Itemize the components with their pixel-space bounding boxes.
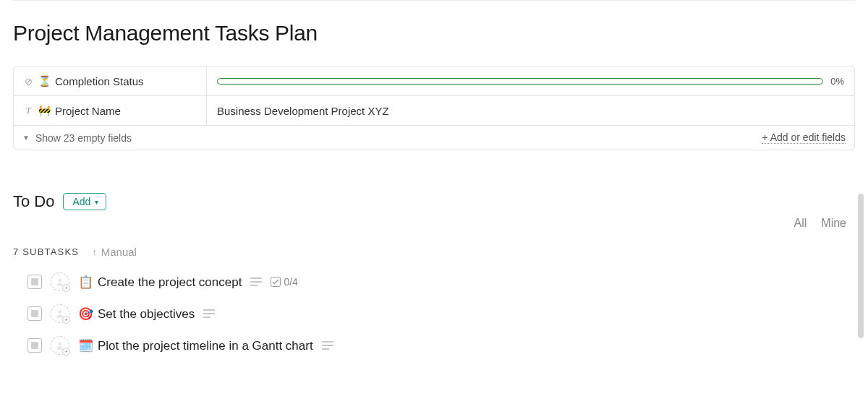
- scrollbar-thumb[interactable]: [858, 194, 864, 338]
- task-row[interactable]: + 📋Create the project concept 0/4: [27, 272, 855, 291]
- subtasks-meta: 7 SUBTASKS ↑ Manual: [13, 246, 855, 258]
- task-title[interactable]: 📋Create the project concept: [78, 275, 242, 290]
- todo-heading: To Do: [13, 192, 54, 211]
- task-row[interactable]: + 🎯Set the objectives: [27, 304, 855, 323]
- construction-icon: 🚧: [38, 105, 51, 116]
- sort-label: Manual: [101, 246, 137, 258]
- task-checkbox[interactable]: [27, 338, 42, 353]
- progress-percent: 0%: [830, 76, 844, 87]
- checklist-indicator[interactable]: 0/4: [271, 276, 297, 288]
- checklist-count: 0/4: [284, 276, 297, 288]
- add-edit-fields[interactable]: + Add or edit fields: [762, 132, 846, 144]
- task-list: + 📋Create the project concept 0/4 + 🎯Set…: [13, 272, 855, 355]
- task-row[interactable]: + 🗓️Plot the project timeline in a Gantt…: [27, 336, 855, 355]
- svg-point-2: [59, 310, 62, 314]
- arrow-up-icon: ↑: [92, 246, 97, 257]
- text-type-icon: T: [22, 105, 34, 116]
- svg-point-0: [59, 278, 62, 282]
- description-icon: [250, 277, 262, 286]
- project-name-value[interactable]: Business Development Project XYZ: [207, 96, 854, 125]
- filter-mine[interactable]: Mine: [821, 217, 846, 230]
- filter-all[interactable]: All: [794, 217, 807, 230]
- field-row-project-name: T 🚧 Project Name Business Development Pr…: [14, 96, 854, 126]
- progress-bar: [217, 78, 823, 85]
- task-filters: All Mine: [794, 217, 846, 230]
- caret-down-icon: ▾: [95, 198, 98, 206]
- field-label-text: Completion Status: [55, 75, 144, 87]
- svg-point-3: [59, 342, 62, 345]
- task-title-text: Set the objectives: [98, 307, 195, 321]
- assignee-picker[interactable]: +: [51, 304, 69, 323]
- add-button[interactable]: Add ▾: [63, 193, 106, 210]
- sort-toggle[interactable]: ↑ Manual: [92, 246, 137, 258]
- todo-section-header: To Do Add ▾: [13, 192, 855, 211]
- field-label-text: Project Name: [55, 105, 121, 117]
- plus-badge-icon: +: [62, 284, 70, 292]
- assignee-picker[interactable]: +: [51, 272, 69, 291]
- caret-down-icon: ▼: [22, 134, 30, 142]
- description-icon: [322, 341, 333, 350]
- hourglass-icon: ⏳: [38, 75, 51, 87]
- subtasks-count: 7 SUBTASKS: [13, 246, 79, 257]
- link-type-icon: ⊘: [22, 76, 34, 87]
- plus-badge-icon: +: [62, 348, 70, 356]
- field-row-completion: ⊘ ⏳ Completion Status 0%: [14, 66, 854, 96]
- task-checkbox[interactable]: [27, 306, 42, 321]
- page-title: Project Management Tasks Plan: [13, 21, 855, 46]
- task-title-text: Create the project concept: [98, 275, 242, 289]
- field-label-project-name: T 🚧 Project Name: [14, 96, 207, 125]
- show-empty-fields[interactable]: ▼ Show 23 empty fields: [22, 132, 132, 144]
- clipboard-icon: 📋: [78, 275, 93, 289]
- scrollbar[interactable]: [858, 6, 865, 390]
- completion-progress: 0%: [207, 66, 854, 95]
- show-empty-label: Show 23 empty fields: [35, 132, 132, 144]
- fields-table: ⊘ ⏳ Completion Status 0% T 🚧 Project Nam…: [13, 66, 855, 150]
- task-title-text: Plot the project timeline in a Gantt cha…: [98, 339, 313, 353]
- task-checkbox[interactable]: [27, 275, 42, 289]
- assignee-picker[interactable]: +: [51, 336, 69, 355]
- calendar-icon: 🗓️: [78, 339, 93, 353]
- target-icon: 🎯: [78, 307, 93, 321]
- task-title[interactable]: 🗓️Plot the project timeline in a Gantt c…: [78, 338, 313, 353]
- plus-badge-icon: +: [62, 316, 70, 324]
- task-title[interactable]: 🎯Set the objectives: [78, 306, 195, 322]
- fields-footer: ▼ Show 23 empty fields + Add or edit fie…: [14, 126, 854, 150]
- add-button-label: Add: [72, 196, 90, 207]
- description-icon: [203, 309, 215, 318]
- field-label-completion: ⊘ ⏳ Completion Status: [14, 66, 207, 95]
